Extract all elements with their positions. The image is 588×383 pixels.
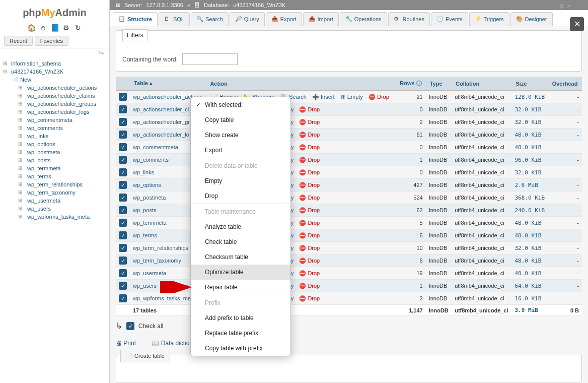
ctx-item[interactable]: Checksum table [191, 249, 290, 265]
drop-action[interactable]: ⛔ Drop [299, 245, 320, 251]
drop-action[interactable]: ⛔ Drop [299, 258, 320, 264]
table-name-link[interactable]: wp_links [133, 169, 154, 175]
ctx-item[interactable]: Replace table prefix [191, 326, 290, 341]
table-name-link[interactable]: wp_actionscheduler_cl [133, 106, 189, 112]
server-value[interactable]: 127.0.0.1:3306 [146, 2, 183, 8]
drop-action[interactable]: ⛔ Drop [299, 207, 320, 213]
tab-import[interactable]: 📥Import [303, 12, 339, 26]
ctx-item[interactable]: Add prefix to table [191, 310, 290, 326]
tab-structure[interactable]: 📋Structure [113, 12, 158, 26]
table-node[interactable]: wp_actionscheduler_groups [2, 100, 107, 108]
col-collation[interactable]: Collation [452, 77, 511, 91]
tab-events[interactable]: 🕒Events [431, 12, 468, 26]
row-checkbox[interactable]: ✓ [119, 206, 127, 214]
table-node[interactable]: wp_actionscheduler_logs [2, 108, 107, 116]
table-node[interactable]: wp_actionscheduler_actions [2, 84, 107, 92]
close-button[interactable]: ✕ [570, 17, 584, 31]
table-name-link[interactable]: wp_users [133, 283, 157, 289]
row-checkbox[interactable]: ✓ [119, 93, 127, 101]
drop-action[interactable]: ⛔ Drop [299, 169, 320, 175]
table-node[interactable]: wp_commentmeta [2, 116, 107, 124]
tab-export[interactable]: 📤Export [266, 12, 302, 26]
new-table-link[interactable]: New [2, 76, 107, 84]
drop-action[interactable]: ⛔ Drop [299, 144, 320, 150]
tab-routines[interactable]: ⚙Routines [388, 12, 430, 26]
drop-action[interactable]: ⛔ Drop [299, 106, 320, 112]
tab-designer[interactable]: 🎨Designer [510, 12, 553, 26]
check-all-checkbox[interactable]: ✓ [126, 322, 134, 330]
table-node[interactable]: wp_options [2, 140, 107, 148]
table-node[interactable]: wp_comments [2, 124, 107, 132]
row-checkbox[interactable]: ✓ [119, 168, 127, 176]
table-name-link[interactable]: wp_options [133, 182, 161, 188]
drop-action[interactable]: ⛔ Drop [299, 132, 320, 138]
table-name-link[interactable]: wp_terms [133, 232, 157, 238]
db-node[interactable]: u432174166_WnZ3K [2, 68, 107, 76]
drop-action[interactable]: ⛔ Drop [369, 94, 389, 100]
table-name-link[interactable]: wp_term_taxonomy [133, 258, 181, 264]
row-checkbox[interactable]: ✓ [119, 294, 127, 302]
drop-action[interactable]: ⛔ Drop [299, 295, 320, 301]
tab-query[interactable]: 🔎Query [230, 12, 265, 26]
row-checkbox[interactable]: ✓ [119, 105, 127, 113]
col-table[interactable]: Table ▴ [130, 77, 206, 91]
table-node[interactable]: wp_posts [2, 156, 107, 164]
docs-icon[interactable]: 📘 [51, 24, 59, 32]
drop-action[interactable]: ⛔ Drop [299, 232, 320, 238]
tab-operations[interactable]: 🔧Operations [340, 12, 387, 26]
table-node[interactable]: wp_users [2, 205, 107, 213]
help-icon[interactable]: ⓘ [416, 80, 422, 86]
col-size[interactable]: Size [511, 77, 548, 91]
table-node[interactable]: wp_terms [2, 172, 107, 180]
table-name-link[interactable]: wp_posts [133, 207, 156, 213]
table-node[interactable]: wp_term_taxonomy [2, 188, 107, 197]
row-checkbox[interactable]: ✓ [119, 194, 127, 202]
table-name-link[interactable]: wp_term_relationships [133, 245, 188, 251]
ctx-item[interactable]: Analyze table [191, 219, 290, 234]
ctx-item[interactable]: Drop [191, 188, 290, 204]
row-checkbox[interactable]: ✓ [119, 156, 127, 164]
row-checkbox[interactable]: ✓ [119, 282, 127, 290]
row-checkbox[interactable]: ✓ [119, 143, 127, 151]
favorites-tab[interactable]: Favorites [35, 36, 68, 46]
table-name-link[interactable]: wp_postmeta [133, 195, 166, 201]
recent-tab[interactable]: Recent [4, 36, 33, 46]
page-settings-icon[interactable]: ⚙ ↗ [559, 3, 571, 10]
drop-action[interactable]: ⛔ Drop [299, 283, 320, 289]
insert-action[interactable]: ➕ Insert [312, 94, 335, 100]
table-name-link[interactable]: wp_commentmeta [133, 144, 178, 150]
col-overhead[interactable]: Overhead [548, 77, 582, 91]
row-checkbox[interactable]: ✓ [119, 269, 127, 277]
check-all-label[interactable]: Check all [138, 323, 163, 330]
home-icon[interactable]: 🏠 [27, 24, 35, 32]
col-type[interactable]: Type [426, 77, 452, 91]
table-node[interactable]: wp_actionscheduler_claims [2, 92, 107, 100]
row-checkbox[interactable]: ✓ [119, 244, 127, 252]
drop-action[interactable]: ⛔ Drop [299, 270, 320, 276]
ctx-item[interactable]: Check table [191, 234, 290, 249]
table-node[interactable]: wp_links [2, 132, 107, 140]
table-name-link[interactable]: wp_actionscheduler_gr [133, 119, 190, 125]
table-node[interactable]: wp_usermeta [2, 197, 107, 205]
db-node[interactable]: information_schema [2, 59, 107, 68]
row-checkbox[interactable]: ✓ [119, 231, 127, 239]
logout-icon[interactable]: ⎋ [39, 24, 47, 32]
table-name-link[interactable]: wp_actionscheduler_lo [133, 132, 189, 138]
reload-icon[interactable]: ↻ [74, 24, 82, 32]
ctx-item[interactable]: Repair table [191, 280, 290, 295]
drop-action[interactable]: ⛔ Drop [299, 195, 320, 201]
table-name-link[interactable]: wp_termmeta [133, 220, 167, 226]
empty-action[interactable]: 🗑 Empty [340, 94, 363, 100]
drop-action[interactable]: ⛔ Drop [299, 157, 320, 163]
table-node[interactable]: wp_termmeta [2, 164, 107, 172]
row-checkbox[interactable]: ✓ [119, 219, 127, 227]
ctx-item[interactable]: Optimize table [191, 265, 290, 280]
table-name-link[interactable]: wp_comments [133, 157, 169, 163]
print-link[interactable]: 🖨 Print [116, 340, 143, 347]
tab-sql[interactable]: 🗒SQL [159, 12, 190, 26]
drop-action[interactable]: ⛔ Drop [299, 182, 320, 188]
row-checkbox[interactable]: ✓ [119, 118, 127, 126]
table-node[interactable]: wp_postmeta [2, 148, 107, 156]
tab-triggers[interactable]: ⚡Triggers [469, 12, 509, 26]
drop-action[interactable]: ⛔ Drop [299, 220, 320, 226]
